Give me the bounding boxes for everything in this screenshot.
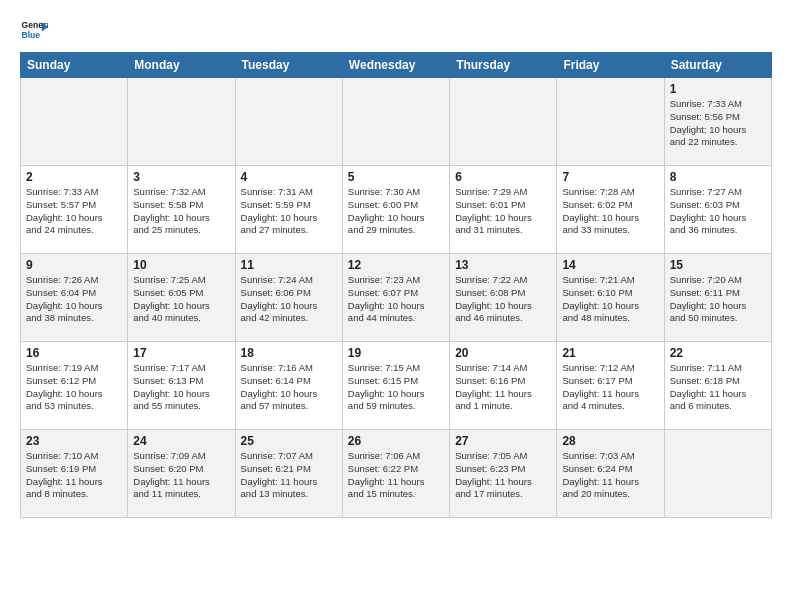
calendar-cell: 24Sunrise: 7:09 AMSunset: 6:20 PMDayligh… [128, 430, 235, 518]
calendar-cell: 3Sunrise: 7:32 AMSunset: 5:58 PMDaylight… [128, 166, 235, 254]
day-number: 21 [562, 346, 658, 360]
day-number: 22 [670, 346, 766, 360]
day-number: 3 [133, 170, 229, 184]
weekday-monday: Monday [128, 53, 235, 78]
weekday-saturday: Saturday [664, 53, 771, 78]
day-info: Sunrise: 7:30 AMSunset: 6:00 PMDaylight:… [348, 186, 444, 237]
calendar-cell: 22Sunrise: 7:11 AMSunset: 6:18 PMDayligh… [664, 342, 771, 430]
calendar-cell: 25Sunrise: 7:07 AMSunset: 6:21 PMDayligh… [235, 430, 342, 518]
calendar-cell [342, 78, 449, 166]
calendar-cell: 28Sunrise: 7:03 AMSunset: 6:24 PMDayligh… [557, 430, 664, 518]
calendar-cell: 20Sunrise: 7:14 AMSunset: 6:16 PMDayligh… [450, 342, 557, 430]
calendar-cell: 16Sunrise: 7:19 AMSunset: 6:12 PMDayligh… [21, 342, 128, 430]
calendar-cell [450, 78, 557, 166]
day-info: Sunrise: 7:22 AMSunset: 6:08 PMDaylight:… [455, 274, 551, 325]
day-number: 19 [348, 346, 444, 360]
calendar-cell: 18Sunrise: 7:16 AMSunset: 6:14 PMDayligh… [235, 342, 342, 430]
day-info: Sunrise: 7:32 AMSunset: 5:58 PMDaylight:… [133, 186, 229, 237]
day-info: Sunrise: 7:21 AMSunset: 6:10 PMDaylight:… [562, 274, 658, 325]
calendar-cell: 8Sunrise: 7:27 AMSunset: 6:03 PMDaylight… [664, 166, 771, 254]
day-number: 11 [241, 258, 337, 272]
week-row-3: 9Sunrise: 7:26 AMSunset: 6:04 PMDaylight… [21, 254, 772, 342]
calendar-cell: 17Sunrise: 7:17 AMSunset: 6:13 PMDayligh… [128, 342, 235, 430]
calendar-cell: 2Sunrise: 7:33 AMSunset: 5:57 PMDaylight… [21, 166, 128, 254]
day-info: Sunrise: 7:14 AMSunset: 6:16 PMDaylight:… [455, 362, 551, 413]
header: General Blue [20, 16, 772, 44]
day-info: Sunrise: 7:26 AMSunset: 6:04 PMDaylight:… [26, 274, 122, 325]
day-info: Sunrise: 7:25 AMSunset: 6:05 PMDaylight:… [133, 274, 229, 325]
calendar-cell: 4Sunrise: 7:31 AMSunset: 5:59 PMDaylight… [235, 166, 342, 254]
day-info: Sunrise: 7:05 AMSunset: 6:23 PMDaylight:… [455, 450, 551, 501]
day-number: 17 [133, 346, 229, 360]
calendar-cell: 11Sunrise: 7:24 AMSunset: 6:06 PMDayligh… [235, 254, 342, 342]
week-row-4: 16Sunrise: 7:19 AMSunset: 6:12 PMDayligh… [21, 342, 772, 430]
day-number: 26 [348, 434, 444, 448]
day-info: Sunrise: 7:23 AMSunset: 6:07 PMDaylight:… [348, 274, 444, 325]
day-info: Sunrise: 7:16 AMSunset: 6:14 PMDaylight:… [241, 362, 337, 413]
weekday-friday: Friday [557, 53, 664, 78]
logo-icon: General Blue [20, 16, 48, 44]
calendar-cell: 7Sunrise: 7:28 AMSunset: 6:02 PMDaylight… [557, 166, 664, 254]
weekday-wednesday: Wednesday [342, 53, 449, 78]
calendar-cell: 14Sunrise: 7:21 AMSunset: 6:10 PMDayligh… [557, 254, 664, 342]
day-info: Sunrise: 7:19 AMSunset: 6:12 PMDaylight:… [26, 362, 122, 413]
calendar-cell: 5Sunrise: 7:30 AMSunset: 6:00 PMDaylight… [342, 166, 449, 254]
weekday-sunday: Sunday [21, 53, 128, 78]
day-info: Sunrise: 7:10 AMSunset: 6:19 PMDaylight:… [26, 450, 122, 501]
week-row-5: 23Sunrise: 7:10 AMSunset: 6:19 PMDayligh… [21, 430, 772, 518]
day-info: Sunrise: 7:20 AMSunset: 6:11 PMDaylight:… [670, 274, 766, 325]
day-number: 13 [455, 258, 551, 272]
day-number: 23 [26, 434, 122, 448]
day-info: Sunrise: 7:28 AMSunset: 6:02 PMDaylight:… [562, 186, 658, 237]
calendar-cell [128, 78, 235, 166]
day-info: Sunrise: 7:09 AMSunset: 6:20 PMDaylight:… [133, 450, 229, 501]
calendar-cell [557, 78, 664, 166]
calendar-cell [664, 430, 771, 518]
day-number: 4 [241, 170, 337, 184]
day-number: 20 [455, 346, 551, 360]
day-info: Sunrise: 7:29 AMSunset: 6:01 PMDaylight:… [455, 186, 551, 237]
page: General Blue SundayMondayTuesdayWednesda… [0, 0, 792, 528]
calendar-cell: 13Sunrise: 7:22 AMSunset: 6:08 PMDayligh… [450, 254, 557, 342]
day-number: 9 [26, 258, 122, 272]
day-number: 7 [562, 170, 658, 184]
calendar-cell: 21Sunrise: 7:12 AMSunset: 6:17 PMDayligh… [557, 342, 664, 430]
svg-text:Blue: Blue [22, 30, 41, 40]
day-info: Sunrise: 7:33 AMSunset: 5:56 PMDaylight:… [670, 98, 766, 149]
calendar-cell: 9Sunrise: 7:26 AMSunset: 6:04 PMDaylight… [21, 254, 128, 342]
day-info: Sunrise: 7:03 AMSunset: 6:24 PMDaylight:… [562, 450, 658, 501]
calendar-cell: 27Sunrise: 7:05 AMSunset: 6:23 PMDayligh… [450, 430, 557, 518]
day-info: Sunrise: 7:33 AMSunset: 5:57 PMDaylight:… [26, 186, 122, 237]
day-info: Sunrise: 7:27 AMSunset: 6:03 PMDaylight:… [670, 186, 766, 237]
day-number: 8 [670, 170, 766, 184]
calendar-cell: 23Sunrise: 7:10 AMSunset: 6:19 PMDayligh… [21, 430, 128, 518]
calendar-cell: 19Sunrise: 7:15 AMSunset: 6:15 PMDayligh… [342, 342, 449, 430]
calendar-cell: 10Sunrise: 7:25 AMSunset: 6:05 PMDayligh… [128, 254, 235, 342]
day-number: 6 [455, 170, 551, 184]
calendar-cell: 26Sunrise: 7:06 AMSunset: 6:22 PMDayligh… [342, 430, 449, 518]
weekday-tuesday: Tuesday [235, 53, 342, 78]
day-info: Sunrise: 7:11 AMSunset: 6:18 PMDaylight:… [670, 362, 766, 413]
day-number: 2 [26, 170, 122, 184]
day-number: 25 [241, 434, 337, 448]
day-info: Sunrise: 7:06 AMSunset: 6:22 PMDaylight:… [348, 450, 444, 501]
calendar-cell: 12Sunrise: 7:23 AMSunset: 6:07 PMDayligh… [342, 254, 449, 342]
day-number: 15 [670, 258, 766, 272]
day-info: Sunrise: 7:12 AMSunset: 6:17 PMDaylight:… [562, 362, 658, 413]
weekday-thursday: Thursday [450, 53, 557, 78]
day-number: 5 [348, 170, 444, 184]
day-number: 1 [670, 82, 766, 96]
day-number: 28 [562, 434, 658, 448]
calendar-table: SundayMondayTuesdayWednesdayThursdayFrid… [20, 52, 772, 518]
calendar-cell: 15Sunrise: 7:20 AMSunset: 6:11 PMDayligh… [664, 254, 771, 342]
day-number: 10 [133, 258, 229, 272]
day-number: 12 [348, 258, 444, 272]
day-number: 24 [133, 434, 229, 448]
weekday-header-row: SundayMondayTuesdayWednesdayThursdayFrid… [21, 53, 772, 78]
day-number: 14 [562, 258, 658, 272]
day-info: Sunrise: 7:15 AMSunset: 6:15 PMDaylight:… [348, 362, 444, 413]
day-info: Sunrise: 7:31 AMSunset: 5:59 PMDaylight:… [241, 186, 337, 237]
calendar-cell: 1Sunrise: 7:33 AMSunset: 5:56 PMDaylight… [664, 78, 771, 166]
week-row-2: 2Sunrise: 7:33 AMSunset: 5:57 PMDaylight… [21, 166, 772, 254]
week-row-1: 1Sunrise: 7:33 AMSunset: 5:56 PMDaylight… [21, 78, 772, 166]
